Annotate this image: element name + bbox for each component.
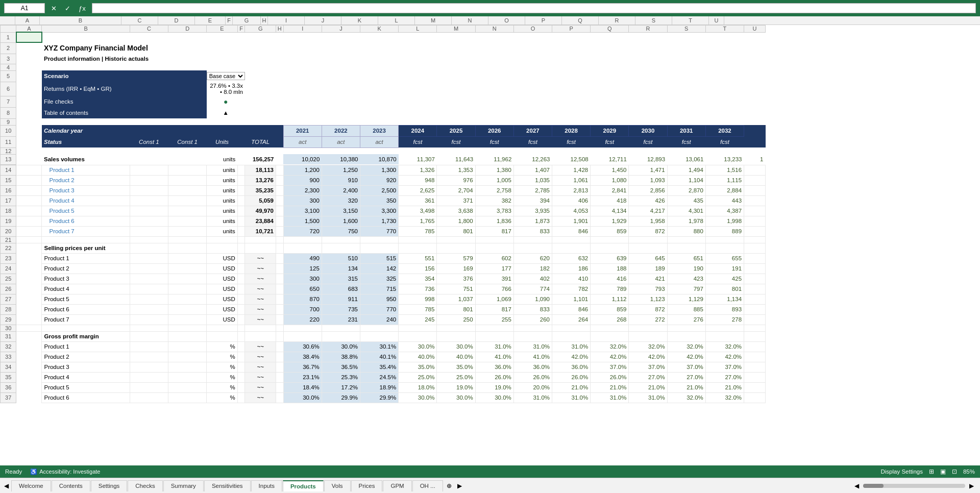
cancel-icon[interactable]: ✕	[51, 5, 57, 12]
cell-a1[interactable]	[16, 32, 42, 42]
prod-name-17[interactable]: Product 4	[42, 195, 130, 206]
status-2029: fcst	[591, 136, 629, 147]
year-2028: 2028	[552, 125, 591, 136]
row-22-selling-prices-header: 22Selling prices per unit	[1, 243, 766, 253]
sv-2026: 11,962	[475, 154, 513, 164]
toc-icon[interactable]: ▲	[207, 107, 245, 118]
row-27-sp-product-5: 27Product 5USD~~8709119509981,0371,0691,…	[1, 294, 766, 304]
company-title: XYZ Company Financial Model	[42, 42, 276, 54]
prod-name-18[interactable]: Product 5	[42, 206, 130, 216]
scenario-select[interactable]: Base case Downside Upside	[207, 72, 245, 80]
prod-name-14[interactable]: Product 1	[42, 165, 130, 175]
col-e-hdr[interactable]: E	[207, 26, 238, 33]
col-l-hdr[interactable]: L	[399, 26, 437, 33]
sv-2021: 10,020	[283, 154, 322, 164]
col-t-hdr[interactable]: T	[705, 26, 744, 33]
row-7: 7 File checks ●	[1, 96, 766, 107]
col-header-p[interactable]: P	[525, 16, 562, 24]
const1-label2: Const 1	[168, 136, 207, 147]
col-a-hdr[interactable]: A	[16, 26, 42, 33]
col-d-hdr[interactable]: D	[168, 26, 207, 33]
row-12: 12	[1, 147, 766, 154]
col-o-hdr[interactable]: O	[513, 26, 552, 33]
col-n-hdr[interactable]: N	[475, 26, 513, 33]
col-header-n[interactable]: N	[452, 16, 488, 24]
col-s-hdr[interactable]: S	[667, 26, 705, 33]
col-m-hdr[interactable]: M	[437, 26, 475, 33]
col-header-c[interactable]: C	[121, 16, 158, 24]
col-p-hdr[interactable]: P	[552, 26, 591, 33]
year-2021: 2021	[283, 125, 322, 136]
col-header-s[interactable]: S	[635, 16, 672, 24]
col-g-hdr[interactable]: G	[245, 26, 276, 33]
col-header-i[interactable]: I	[268, 16, 305, 24]
col-header-o[interactable]: O	[488, 16, 525, 24]
col-header-m[interactable]: M	[415, 16, 452, 24]
col-h-hdr[interactable]: H	[276, 26, 283, 33]
corner-cell	[0, 16, 15, 24]
col-q-hdr[interactable]: Q	[591, 26, 629, 33]
col-j-hdr[interactable]: J	[322, 26, 360, 33]
col-f-hdr[interactable]: F	[237, 26, 245, 33]
col-header-g[interactable]: G	[233, 16, 261, 24]
returns-label: Returns (IRR • EqM • GR)	[42, 82, 130, 96]
prod-name-19[interactable]: Product 6	[42, 216, 130, 226]
confirm-icon[interactable]: ✓	[65, 5, 70, 12]
col-header-r[interactable]: R	[599, 16, 635, 24]
sv-2028: 12,508	[552, 154, 591, 164]
status-2021: act	[283, 136, 322, 147]
row-8: 8 Table of contents ▲	[1, 107, 766, 118]
sales-volumes-label: Sales volumes	[42, 154, 130, 164]
col-i-hdr[interactable]: I	[283, 26, 322, 33]
selling-prices-header: Selling prices per unit	[42, 243, 130, 253]
col-k-hdr[interactable]: K	[360, 26, 399, 33]
gpm-header: Gross profit margin	[42, 331, 130, 341]
formula-input[interactable]	[92, 3, 976, 13]
year-2032: 2032	[705, 125, 744, 136]
col-header-k[interactable]: K	[341, 16, 378, 24]
col-c-hdr[interactable]: C	[130, 26, 168, 33]
main-scroll-area[interactable]: A B C D E F G H I J K L M N O P Q R S T …	[0, 25, 980, 462]
sv-2027: 12,263	[513, 154, 552, 164]
row-9: 9	[1, 118, 766, 125]
cell-reference-box[interactable]	[4, 3, 45, 13]
col-header-a[interactable]: A	[15, 16, 40, 24]
col-header-f[interactable]: F	[226, 16, 233, 24]
row-4: 4	[1, 64, 766, 70]
row-36-gpm-product-5: 36Product 5%~~18.4%17.2%18.9%18.0%19.0%1…	[1, 382, 766, 392]
column-headers: A B C D E F G H I J K L M N O P Q R S T …	[0, 16, 980, 25]
col-r-hdr[interactable]: R	[629, 26, 667, 33]
year-2023: 2023	[360, 125, 399, 136]
year-2027: 2027	[513, 125, 552, 136]
status-2030: fcst	[629, 136, 667, 147]
page-subtitle: Product information | Historic actuals	[42, 54, 276, 64]
row-5: 5 Scenario Base case Downside Upside	[1, 70, 766, 82]
sv-unit: units	[207, 154, 238, 164]
col-header-b[interactable]: B	[40, 16, 121, 24]
col-header-q[interactable]: Q	[562, 16, 599, 24]
row-20-product-7: 20Product 7units10,721720750770785801817…	[1, 226, 766, 236]
total-label: TOTAL	[245, 136, 276, 147]
prod-name-15[interactable]: Product 2	[42, 175, 130, 185]
row-31-gpm-header: 31Gross profit margin	[1, 331, 766, 341]
row-34-gpm-product-3: 34Product 3%~~36.7%36.5%35.4%35.0%35.0%3…	[1, 362, 766, 372]
col-header-d[interactable]: D	[158, 16, 195, 24]
file-checks-label: File checks	[42, 96, 130, 107]
function-icon[interactable]: ƒx	[79, 5, 86, 12]
units-label: Units	[207, 136, 238, 147]
prod-name-20[interactable]: Product 7	[42, 226, 130, 236]
col-b-hdr[interactable]: B	[42, 26, 130, 33]
row-10: 10 Calendar year 2021 2022 2023 2024 202…	[1, 125, 766, 136]
col-header-u[interactable]: U	[709, 16, 724, 24]
col-header-j[interactable]: J	[305, 16, 341, 24]
col-header-l[interactable]: L	[378, 16, 415, 24]
year-2029: 2029	[591, 125, 629, 136]
col-header-t[interactable]: T	[672, 16, 709, 24]
row-37-gpm-product-6: 37Product 6%~~30.0%29.9%29.9%30.0%30.0%3…	[1, 392, 766, 403]
corner	[1, 26, 16, 33]
col-header-e[interactable]: E	[195, 16, 226, 24]
col-u-hdr[interactable]: U	[744, 26, 766, 33]
sv-total: 156,257	[245, 154, 276, 164]
col-header-h[interactable]: H	[261, 16, 268, 24]
prod-name-16[interactable]: Product 3	[42, 185, 130, 195]
